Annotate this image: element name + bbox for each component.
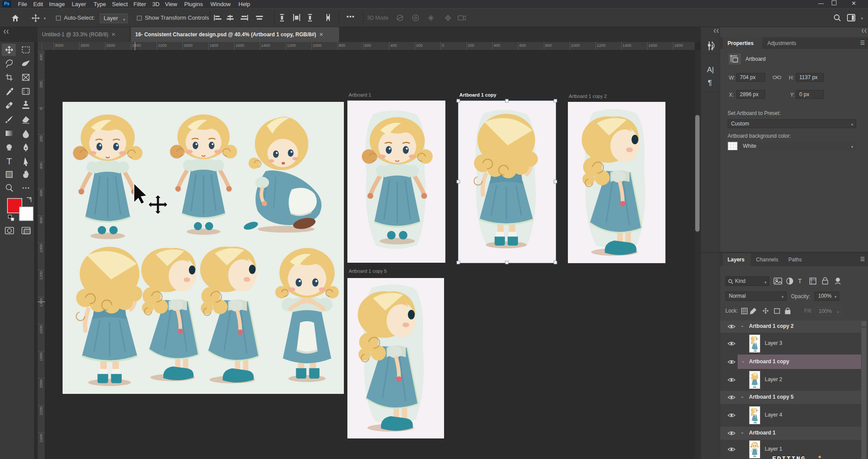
svg-text:¶: ¶ [708,79,712,87]
svg-text:T: T [7,156,12,166]
svg-text:A|: A| [707,66,714,74]
svg-text:T: T [798,278,802,285]
